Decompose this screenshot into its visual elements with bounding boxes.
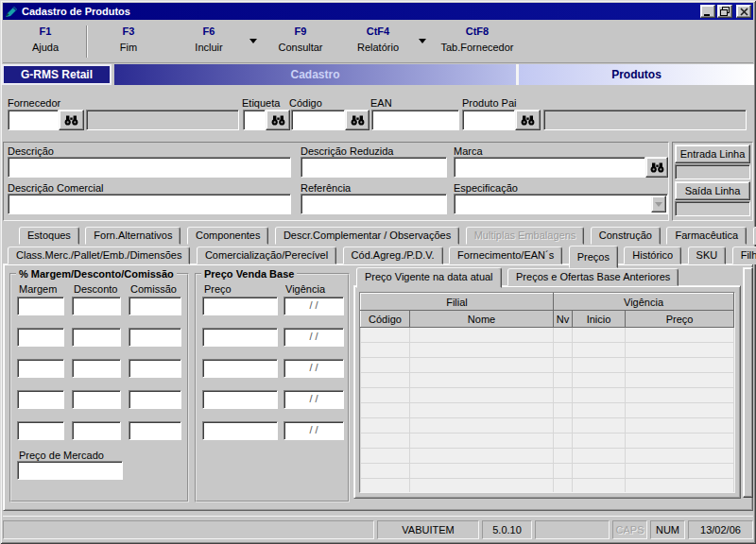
vigencia-date-input[interactable]: / / — [284, 390, 344, 409]
grid-row[interactable] — [361, 403, 734, 418]
descricao-comercial-input[interactable] — [8, 194, 291, 214]
preco-venda-input[interactable] — [202, 390, 278, 409]
margem-input[interactable] — [17, 359, 64, 378]
grid-header-codigo: Código — [361, 311, 410, 328]
vertical-scrollbar-track[interactable] — [743, 267, 753, 498]
price-tabs: Preço Vigente na data atual Preços e Ofe… — [356, 267, 680, 286]
referencia-input[interactable] — [301, 194, 447, 214]
ean-input[interactable] — [371, 110, 459, 130]
toolbar-button-relatorio[interactable]: CtF4 Relatório — [339, 24, 417, 60]
margem-input[interactable] — [17, 328, 64, 347]
fornecedor-input[interactable] — [8, 110, 59, 130]
chevron-down-icon[interactable] — [249, 39, 257, 43]
grid-row[interactable] — [361, 328, 734, 343]
toolbar-key: F6 — [169, 24, 249, 39]
chevron-down-icon[interactable] — [419, 39, 426, 43]
desconto-input[interactable] — [72, 328, 121, 347]
margem-input[interactable] — [17, 421, 64, 440]
comissao-input[interactable] — [129, 359, 181, 378]
marca-search-button[interactable] — [645, 157, 668, 178]
grid-row[interactable] — [361, 388, 734, 403]
tab-historico[interactable]: Histórico — [624, 246, 681, 264]
tab-construcao[interactable]: Construção — [591, 227, 661, 245]
grid-row[interactable] — [361, 373, 734, 388]
preco-venda-input[interactable] — [202, 421, 278, 440]
margem-input[interactable] — [17, 297, 64, 315]
marca-input[interactable] — [454, 157, 645, 178]
toolbar-label: Fim — [90, 39, 167, 56]
referencia-label: Referência — [301, 182, 351, 194]
etiqueta-search-button[interactable] — [266, 110, 290, 130]
margem-input[interactable] — [17, 390, 64, 409]
descricao-comercial-label: Descrição Comercial — [8, 182, 103, 194]
desconto-column-label: Desconto — [74, 283, 117, 295]
grid-row[interactable] — [361, 464, 734, 479]
especificacao-dropdown-button[interactable] — [651, 196, 666, 212]
descricao-reduzida-input[interactable] — [301, 157, 447, 178]
grid-column-header-row: Código Nome Nv Inicio Preço — [361, 311, 734, 328]
vigencia-date-input[interactable]: / / — [284, 421, 344, 440]
vigencia-date-input[interactable]: / / — [284, 297, 344, 315]
toolbar-key: F3 — [90, 24, 167, 39]
toolbar-button-tab-fornecedor[interactable]: CtF8 Tab.Fornecedor — [428, 24, 526, 60]
grid-row[interactable] — [361, 434, 734, 449]
restore-icon[interactable] — [717, 5, 732, 18]
marca-label: Marca — [454, 145, 483, 157]
preco-venda-input[interactable] — [202, 297, 278, 315]
preco-venda-input[interactable] — [202, 328, 278, 347]
tab-estoques[interactable]: Estoques — [19, 227, 79, 245]
comissao-input[interactable] — [129, 328, 181, 347]
etiqueta-input[interactable] — [243, 110, 266, 130]
tab-precos-ofertas-anteriores[interactable]: Preços e Ofertas Base Anteriores — [507, 268, 679, 286]
tab-farmaceutica[interactable]: Farmacêutica — [666, 227, 747, 245]
toolbar-key: CtF4 — [339, 24, 417, 39]
desconto-input[interactable] — [72, 421, 121, 440]
tab-forn-alternativos[interactable]: Forn.Alternativos — [85, 227, 180, 245]
produto-pai-search-button[interactable] — [515, 110, 541, 130]
descricao-input[interactable] — [8, 157, 291, 178]
fornecedor-label: Fornecedor — [8, 97, 60, 109]
toolbar-button-fim[interactable]: F3 Fim — [90, 24, 167, 60]
codigo-search-button[interactable] — [345, 110, 369, 130]
tab-livros[interactable]: Livros — [753, 227, 756, 245]
grid-row[interactable] — [361, 418, 734, 434]
comissao-input[interactable] — [129, 421, 181, 440]
tab-componentes[interactable]: Componentes — [187, 227, 269, 245]
comissao-input[interactable] — [129, 297, 181, 315]
vigencia-date-input[interactable]: / / — [284, 328, 344, 347]
grid-row[interactable] — [361, 449, 734, 464]
toolbar-button-consultar[interactable]: F9 Consultar — [260, 24, 341, 60]
minimize-icon[interactable] — [700, 5, 715, 18]
pen-icon — [5, 6, 18, 18]
tab-filhos[interactable]: Filhos — [732, 246, 756, 264]
fornecedor-search-button[interactable] — [59, 110, 84, 130]
toolbar-button-ajuda[interactable]: F1 Ajuda — [7, 24, 84, 60]
desconto-input[interactable] — [72, 297, 121, 315]
produto-pai-input[interactable] — [462, 110, 515, 130]
status-empty-panel — [535, 520, 610, 539]
close-icon[interactable] — [736, 5, 751, 18]
grid-row[interactable] — [361, 479, 734, 494]
codigo-input[interactable] — [291, 110, 345, 130]
tab-sku[interactable]: SKU — [688, 246, 727, 264]
comissao-input[interactable] — [129, 390, 181, 409]
desconto-input[interactable] — [72, 359, 121, 378]
tab-class-merc[interactable]: Class.Merc./Pallet/Emb./Dimensões — [8, 246, 190, 264]
tab-descr-complementar[interactable]: Descr.Complementar / Observações — [275, 227, 459, 245]
vigencia-column-label: Vigência — [285, 283, 325, 295]
preco-mercado-input[interactable] — [17, 461, 123, 480]
entrada-linha-button[interactable]: Entrada Linha — [675, 144, 750, 163]
vigencia-date-input[interactable]: / / — [284, 359, 344, 378]
tab-cod-agreg[interactable]: Cód.Agreg./P.D.V. — [343, 246, 443, 264]
preco-venda-input[interactable] — [202, 359, 278, 378]
saida-linha-button[interactable]: Saída Linha — [675, 181, 750, 200]
tab-precos[interactable]: Preços — [569, 246, 618, 268]
tab-fornecimento-ean[interactable]: Fornecimento/EAN´s — [449, 246, 562, 264]
tab-preco-vigente[interactable]: Preço Vigente na data atual — [356, 267, 502, 288]
grid-row[interactable] — [361, 343, 734, 358]
toolbar-button-incluir[interactable]: F6 Incluir — [169, 24, 249, 60]
especificacao-combobox[interactable] — [454, 194, 668, 214]
tab-comercializacao[interactable]: Comercialização/Perecível — [197, 246, 336, 264]
grid-row[interactable] — [361, 358, 734, 373]
desconto-input[interactable] — [72, 390, 121, 409]
